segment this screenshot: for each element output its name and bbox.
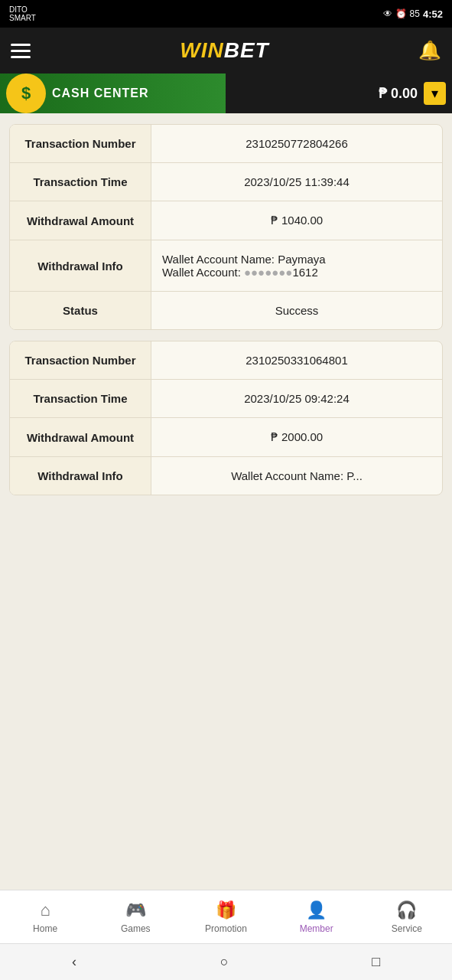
tx-label-time-2: Transaction Time [10,380,151,417]
tx-value-amount-2: ₱ 2000.00 [151,418,442,456]
tx-label-time-1: Transaction Time [10,163,151,201]
bottom-nav: ⌂ Home 🎮 Games 🎁 Promotion 👤 Member 🎧 Se… [0,890,452,943]
carrier-info: DITO SMART [9,5,36,22]
top-nav: WINBET 🔔 [0,28,452,74]
notification-bell-icon[interactable]: 🔔 [418,40,441,61]
nav-item-promotion[interactable]: 🎁 Promotion [180,900,271,934]
table-row: Transaction Time 2023/10/25 11:39:44 [10,163,442,201]
cash-amount: ₱ 0.00 [379,85,418,102]
table-row: Withdrawal Info Wallet Account Name: Pay… [10,240,442,292]
tx-label-amount-2: Withdrawal Amount [10,418,151,456]
tx-label-number-1: Transaction Number [10,125,151,162]
cash-center-bar: $ CASH CENTER ₱ 0.00 ▾ [0,74,452,113]
nav-label-member: Member [300,923,333,934]
tx-value-status-1: Success [151,292,442,329]
status-bar: DITO SMART 👁 ⏰ 85 4:52 [0,0,452,28]
nav-item-games[interactable]: 🎮 Games [90,900,180,934]
status-right: 👁 ⏰ 85 4:52 [383,8,443,20]
tx-label-info-1: Withdrawal Info [10,240,151,291]
cash-dropdown-button[interactable]: ▾ [424,82,446,105]
android-nav-bar: ‹ ○ □ [0,943,452,980]
service-icon: 🎧 [396,900,417,920]
cash-center-label: CASH CENTER [52,87,379,100]
nav-label-promotion: Promotion [205,923,247,934]
content-area: Transaction Number 2310250772804266 Tran… [0,113,452,890]
table-row: Status Success [10,292,442,329]
tx-value-info-1: Wallet Account Name: Paymaya Wallet Acco… [151,240,442,291]
games-icon: 🎮 [125,900,146,920]
cash-icon: $ [6,74,46,113]
android-recent-button[interactable]: □ [372,954,380,970]
table-row: Withdrawal Amount ₱ 2000.00 [10,418,442,457]
eye-icon: 👁 [383,8,392,19]
status-time: 4:52 [423,8,443,20]
tx-value-time-2: 2023/10/25 09:42:24 [151,380,442,417]
nav-item-service[interactable]: 🎧 Service [362,900,452,934]
home-icon: ⌂ [40,900,50,920]
table-row: Transaction Number 2310250772804266 [10,125,442,163]
tx-label-amount-1: Withdrawal Amount [10,201,151,240]
nav-item-member[interactable]: 👤 Member [272,900,362,934]
member-icon: 👤 [306,900,327,920]
tx-value-amount-1: ₱ 1040.00 [151,201,442,240]
table-row: Transaction Number 2310250331064801 [10,341,442,380]
table-row: Withdrawal Amount ₱ 1040.00 [10,201,442,240]
battery-level: 85 [410,8,420,19]
tx-value-time-1: 2023/10/25 11:39:44 [151,163,442,201]
table-row: Withdrawal Info Wallet Account Name: P..… [10,457,442,495]
tx-value-number-2: 2310250331064801 [151,341,442,379]
tx-label-info-2: Withdrawal Info [10,457,151,495]
nav-label-games: Games [121,923,151,934]
nav-item-home[interactable]: ⌂ Home [0,900,90,934]
tx-label-status-1: Status [10,292,151,329]
transaction-card-1: Transaction Number 2310250772804266 Tran… [9,124,443,330]
nav-label-home: Home [33,923,57,934]
app-logo: WINBET [180,38,268,63]
tx-label-number-2: Transaction Number [10,341,151,379]
nav-label-service: Service [392,923,422,934]
carrier2-name: SMART [9,14,36,22]
promotion-icon: 🎁 [216,900,236,920]
android-back-button[interactable]: ‹ [72,954,76,970]
hamburger-menu[interactable] [11,44,31,58]
table-row: Transaction Time 2023/10/25 09:42:24 [10,380,442,418]
tx-value-number-1: 2310250772804266 [151,125,442,162]
clock-icon: ⏰ [395,8,407,19]
transaction-card-2: Transaction Number 2310250331064801 Tran… [9,341,443,495]
tx-value-info-2: Wallet Account Name: P... [151,457,442,495]
android-home-button[interactable]: ○ [220,954,229,970]
carrier-name: DITO [9,5,36,14]
